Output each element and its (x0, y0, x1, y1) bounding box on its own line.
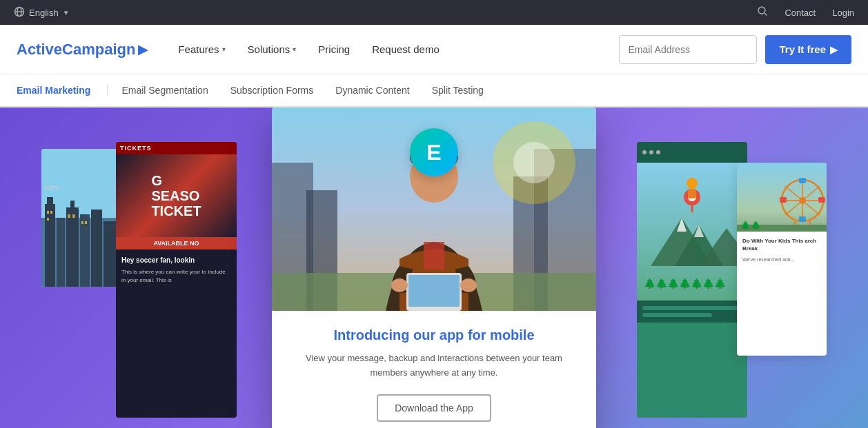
center-card-photo: E (272, 108, 596, 311)
logo-arrow-icon: ▶ (138, 42, 148, 57)
nav-links: Features ▾ Solutions ▾ Pricing Request d… (170, 38, 597, 61)
tickets-card: TICKETS GSEASOTICKET AVAILABLE NO Hey so… (116, 142, 237, 418)
svg-rect-10 (66, 207, 79, 287)
tickets-header: TICKETS (116, 142, 237, 154)
nav-features-label: Features (178, 43, 219, 55)
city-skyline: CITY (41, 149, 117, 287)
blog-header-image: 🌲🌲 (737, 163, 827, 232)
try-free-label: Try It free (779, 43, 826, 55)
contact-link[interactable]: Contact (785, 8, 816, 18)
svg-rect-49 (688, 189, 696, 198)
tickets-body: Hey soccer fan, lookin This is where you… (116, 249, 237, 290)
map-dot-2 (649, 150, 653, 154)
center-card: E Introducing our app for mobile View yo… (272, 108, 596, 428)
subnav-subscription-forms[interactable]: Subscription Forms (230, 82, 314, 99)
svg-rect-16 (50, 211, 52, 214)
nav-demo-label: Request demo (372, 43, 440, 55)
nav-solutions[interactable]: Solutions ▾ (239, 38, 305, 61)
blog-card-title: Do With Your Kids This arch Break (742, 237, 821, 252)
try-free-button[interactable]: Try It free ▶ (765, 35, 851, 64)
tickets-available: AVAILABLE NO (116, 237, 237, 249)
svg-rect-11 (70, 201, 75, 214)
e-logo-letter: E (426, 140, 441, 165)
map-header-dots (642, 150, 660, 154)
svg-point-3 (758, 7, 765, 14)
subnav-email-segmentation[interactable]: Email Segmentation (121, 82, 208, 99)
top-bar: English ▼ Contact Login (0, 0, 868, 25)
svg-rect-59 (780, 197, 787, 203)
language-chevron-icon: ▼ (63, 9, 70, 17)
e-logo-circle: E (410, 128, 458, 176)
solutions-chevron-icon: ▾ (293, 45, 296, 53)
svg-point-29 (513, 142, 555, 183)
svg-rect-19 (72, 214, 75, 218)
subnav-split-testing[interactable]: Split Testing (432, 82, 484, 99)
features-chevron-icon: ▾ (222, 45, 226, 53)
map-dot-1 (642, 150, 647, 154)
map-line-2 (642, 313, 712, 317)
svg-rect-12 (80, 214, 90, 287)
svg-line-4 (765, 13, 767, 16)
svg-point-35 (391, 278, 408, 292)
logo[interactable]: ActiveCampaign ▶ (17, 41, 148, 59)
language-selector[interactable]: English ▼ (14, 6, 70, 19)
blog-card-text: We've researched and... (742, 256, 821, 263)
svg-point-48 (687, 178, 698, 189)
map-header (637, 142, 747, 163)
sub-nav-title: Email Marketing (17, 85, 108, 96)
city-card: CITY (41, 149, 117, 287)
svg-point-36 (460, 278, 477, 292)
blog-body: Do With Your Kids This arch Break We've … (737, 232, 827, 269)
nav-right: Try It free ▶ (619, 35, 851, 64)
center-card-title: Introducing our app for mobile (294, 327, 574, 343)
try-free-arrow-icon: ▶ (830, 44, 838, 55)
download-app-button[interactable]: Download the App (377, 394, 491, 422)
nav-pricing-label: Pricing (318, 43, 350, 55)
svg-rect-15 (47, 211, 49, 214)
svg-rect-60 (818, 197, 825, 203)
sub-nav: Email Marketing Email Segmentation Subsc… (0, 74, 868, 108)
subnav-dynamic-content[interactable]: Dynamic Content (335, 82, 409, 99)
svg-rect-9 (57, 218, 65, 287)
map-line-1 (642, 306, 742, 310)
nav-demo[interactable]: Request demo (364, 38, 448, 61)
language-label: English (29, 8, 59, 18)
svg-rect-32 (424, 242, 444, 269)
nav-solutions-label: Solutions (248, 43, 290, 55)
map-card: 🌲🌲🌲🌲🌲🌲🌲 (637, 142, 747, 418)
svg-text:CITY: CITY (45, 185, 59, 192)
svg-rect-8 (47, 197, 53, 218)
svg-rect-58 (799, 216, 806, 222)
svg-rect-17 (47, 218, 49, 221)
globe-icon (14, 6, 25, 19)
nav-pricing[interactable]: Pricing (310, 38, 358, 61)
map-body: 🌲🌲🌲🌲🌲🌲🌲 (637, 163, 747, 300)
sub-nav-links: Email Segmentation Subscription Forms Dy… (121, 82, 484, 99)
tickets-body-text: This is where you can write your to incl… (121, 268, 231, 285)
tickets-body-title: Hey soccer fan, lookin (121, 255, 231, 265)
nav-bar: ActiveCampaign ▶ Features ▾ Solutions ▾ … (0, 25, 868, 74)
svg-rect-57 (799, 178, 806, 183)
svg-rect-18 (68, 214, 70, 218)
top-bar-right: Contact Login (757, 6, 854, 19)
tickets-big-text: GSEASOTICKET (151, 173, 201, 218)
login-link[interactable]: Login (832, 8, 854, 18)
svg-text:🌲🌲🌲🌲🌲🌲🌲: 🌲🌲🌲🌲🌲🌲🌲 (644, 278, 727, 289)
svg-rect-13 (91, 210, 102, 287)
svg-rect-14 (103, 221, 117, 287)
svg-rect-20 (81, 221, 83, 224)
svg-text:🌲🌲: 🌲🌲 (740, 220, 761, 230)
logo-text: ActiveCampaign (17, 41, 135, 59)
map-footer (637, 300, 747, 323)
email-input[interactable] (619, 35, 757, 64)
nav-features[interactable]: Features ▾ (170, 38, 233, 61)
center-card-description: View your message, backup and interactio… (294, 351, 574, 380)
center-card-content: Introducing our app for mobile View your… (272, 311, 596, 428)
svg-rect-21 (85, 221, 87, 224)
map-dot-3 (656, 150, 660, 154)
blog-card: 🌲🌲 Do With Your Kids This arch Break We'… (737, 163, 827, 356)
svg-rect-34 (408, 275, 460, 307)
tickets-hero-area: GSEASOTICKET (116, 154, 237, 237)
hero-section: CITY TICKETS GSEASOTICKET AVAILABLE NO H… (0, 108, 868, 428)
search-icon[interactable] (757, 6, 768, 19)
